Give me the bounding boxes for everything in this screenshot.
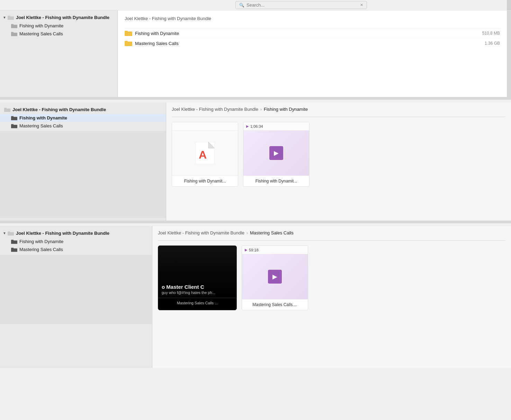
- sidebar-item-mastering-1[interactable]: Mastering Sales Calls: [0, 30, 117, 38]
- sidebar-mastering-label-1: Mastering Sales Calls: [19, 31, 63, 36]
- file-row-fishing[interactable]: Fishing with Dynamite 510.8 MB: [125, 28, 500, 38]
- search-bar[interactable]: 🔍 ✕: [235, 1, 367, 9]
- sidebar-root-3[interactable]: ▼ Joel Klettke - Fishing with Dynamite B…: [0, 229, 152, 238]
- scrollbar-right-1[interactable]: [507, 10, 511, 97]
- sidebar-fishing-label-3: Fishing with Dynamite: [19, 239, 63, 244]
- sidebar-panel-2: Joel Klettke - Fishing with Dynamite Bun…: [0, 102, 166, 221]
- sidebar-mastering-label-2: Mastering Sales Calls: [19, 123, 63, 128]
- sidebar-filler-3: [0, 255, 152, 324]
- dark-title: o Master Client C: [162, 284, 233, 290]
- file-row-mastering[interactable]: Mastering Sales Calls 1.36 GB: [125, 38, 500, 48]
- sidebar-fishing-label-1: Fishing with Dynamite: [19, 23, 63, 28]
- content-panel-1: Joel Klettke - Fishing with Dynamite Bun…: [118, 10, 507, 97]
- thumb-label-pdf: Fishing with Dynamit...: [184, 179, 226, 184]
- sidebar-item-mastering-3[interactable]: Mastering Sales Calls: [0, 245, 152, 253]
- svg-rect-13: [11, 116, 14, 117]
- svg-rect-7: [125, 31, 128, 33]
- sidebar-item-fishing-3[interactable]: Fishing with Dynamite: [0, 238, 152, 245]
- svg-rect-3: [11, 24, 14, 25]
- file-mastering-name: Mastering Sales Calls: [135, 41, 485, 46]
- folder-icon: [11, 116, 17, 120]
- video-duration-3: 59:18: [249, 248, 259, 252]
- sidebar-fishing-label-2: Fishing with Dynamite: [19, 115, 67, 120]
- sidebar-item-fishing-1[interactable]: Fishing with Dynamite: [0, 22, 117, 30]
- dark-overlay: o Master Client C guy who f@#!ing hates …: [158, 281, 236, 298]
- file-fishing-size: 510.8 MB: [482, 31, 500, 36]
- breadcrumb-root-2: Joel Klettke - Fishing with Dynamite Bun…: [172, 107, 258, 112]
- pdf-icon: A: [195, 141, 215, 165]
- breadcrumb-2: Joel Klettke - Fishing with Dynamite Bun…: [172, 107, 505, 112]
- play-icon: ▶: [246, 124, 249, 128]
- svg-rect-19: [8, 231, 10, 233]
- video-play-btn-2: ▶: [269, 146, 283, 160]
- svg-rect-11: [4, 108, 7, 109]
- thumb-header-video-3: ▶ 59:18: [242, 246, 308, 254]
- thumb-label-video-3: Mastering Sales Calls....: [252, 302, 297, 307]
- video-duration-2: 1:06:34: [250, 124, 263, 128]
- thumbnails-grid-2: A Fishing with Dynamit... ▶ 1:06:34: [172, 122, 505, 187]
- sidebar-item-mastering-2[interactable]: Mastering Sales Calls: [0, 122, 166, 130]
- panel-2: Joel Klettke - Fishing with Dynamite Bun…: [0, 102, 511, 221]
- svg-rect-5: [11, 32, 14, 33]
- video-placeholder-3: ▶: [242, 254, 308, 299]
- play-icon-3: ▶: [245, 248, 248, 252]
- svg-rect-21: [11, 240, 14, 241]
- folder-icon: [8, 15, 14, 20]
- app-container: 🔍 ✕ ▼ Joel Klettke - Fishing with Dynami…: [0, 0, 511, 420]
- breadcrumb-3: Joel Klettke - Fishing with Dynamite Bun…: [158, 230, 505, 235]
- thumb-card-video-2[interactable]: ▶ 1:06:34 ▶ Fishing with Dynamit...: [243, 122, 310, 187]
- file-mastering-size: 1.36 GB: [485, 41, 500, 46]
- thumb-body-pdf: A: [172, 131, 238, 176]
- breadcrumb-sep-icon-3: ›: [246, 231, 248, 235]
- sidebar-panel-3: ▼ Joel Klettke - Fishing with Dynamite B…: [0, 226, 152, 368]
- dark-subtitle: guy who f@#!ing hates the ph...: [162, 290, 233, 295]
- scrollbar[interactable]: [507, 0, 511, 10]
- folder-icon: [125, 41, 132, 46]
- thumb-header-video-2: ▶ 1:06:34: [243, 122, 309, 131]
- close-icon[interactable]: ✕: [360, 3, 363, 7]
- thumb-label-video-2: Fishing with Dynamit...: [256, 179, 297, 184]
- content-panel-2: Joel Klettke - Fishing with Dynamite Bun…: [166, 102, 511, 221]
- thumb-card-dark[interactable]: o Master Client C guy who f@#!ing hates …: [158, 245, 237, 310]
- thumb-footer-pdf: Fishing with Dynamit...: [172, 176, 238, 186]
- sidebar-item-fishing-2[interactable]: Fishing with Dynamite: [0, 114, 166, 122]
- thumbnails-grid-3: o Master Client C guy who f@#!ing hates …: [158, 245, 505, 310]
- section-sep-1: [0, 97, 511, 100]
- dark-footer: Mastering Sales Calls ...: [158, 298, 236, 307]
- panel-1: ▼ Joel Klettke - Fishing with Dynamite B…: [0, 10, 511, 97]
- svg-rect-1: [8, 16, 10, 17]
- sidebar-root-label-2: Joel Klettke - Fishing with Dynamite Bun…: [12, 107, 106, 112]
- folder-icon: [11, 32, 17, 36]
- svg-rect-9: [125, 41, 128, 43]
- breadcrumb-current-3: Mastering Sales Calls: [250, 230, 294, 235]
- search-input[interactable]: [246, 2, 358, 8]
- video-placeholder-2: ▶: [243, 131, 309, 176]
- thumb-card-video-3[interactable]: ▶ 59:18 ▶ Mastering Sales Calls....: [242, 245, 308, 310]
- svg-text:A: A: [199, 149, 207, 161]
- folder-icon: [11, 24, 17, 28]
- search-icon: 🔍: [239, 3, 244, 8]
- sidebar-root-label-3: Joel Klettke - Fishing with Dynamite Bun…: [16, 231, 109, 236]
- sidebar-root-label-1: Joel Klettke - Fishing with Dynamite Bun…: [16, 15, 109, 20]
- svg-rect-15: [11, 124, 14, 125]
- breadcrumb-sep-icon-2: ›: [260, 107, 262, 112]
- thumb-header-pdf: [172, 122, 238, 131]
- sidebar-root-1[interactable]: ▼ Joel Klettke - Fishing with Dynamite B…: [0, 13, 117, 22]
- thumb-body-video-3: ▶: [242, 254, 308, 299]
- video-play-btn-3: ▶: [268, 270, 282, 284]
- thumb-footer-video-2: Fishing with Dynamit...: [243, 176, 309, 186]
- sidebar-root-2[interactable]: Joel Klettke - Fishing with Dynamite Bun…: [0, 105, 166, 114]
- chevron-down-icon: ▼: [3, 16, 6, 19]
- svg-rect-23: [11, 248, 14, 249]
- panel-3: ▼ Joel Klettke - Fishing with Dynamite B…: [0, 226, 511, 368]
- dark-footer-label: Mastering Sales Calls ...: [177, 301, 218, 305]
- content-panel-3: Joel Klettke - Fishing with Dynamite Bun…: [152, 226, 511, 368]
- thumb-body-video-2: ▶: [243, 131, 309, 176]
- section-sep-2: [0, 221, 511, 223]
- folder-icon: [8, 231, 14, 236]
- dark-subtitle-text: guy who f@#!ing hates the ph...: [162, 291, 215, 295]
- thumb-card-pdf[interactable]: A Fishing with Dynamit...: [172, 122, 238, 187]
- folder-icon: [4, 107, 10, 112]
- folder-icon: [11, 247, 17, 252]
- content-title-1: Joel Klettke - Fishing with Dynamite Bun…: [125, 16, 500, 24]
